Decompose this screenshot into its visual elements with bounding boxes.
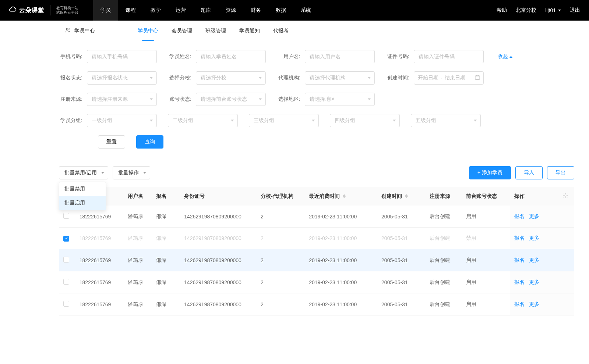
more-link[interactable]: 更多 — [529, 301, 539, 307]
row-checkbox[interactable] — [63, 279, 69, 285]
tab-member-mgmt[interactable]: 会员管理 — [172, 21, 192, 41]
username-input[interactable] — [305, 50, 375, 63]
more-link[interactable]: 更多 — [529, 213, 539, 219]
nav-students[interactable]: 学员 — [93, 0, 118, 21]
create-time-range[interactable]: 开始日期 - 结束日期 — [414, 71, 484, 85]
tab-class-mgmt[interactable]: 班级管理 — [205, 21, 226, 41]
cell-status: 禁用 — [462, 228, 510, 249]
nav-teaching[interactable]: 教学 — [143, 0, 168, 21]
cell-idno: 14262919870809200000 — [180, 249, 256, 271]
nav-question-bank[interactable]: 题库 — [193, 0, 218, 21]
search-button[interactable]: 查询 — [136, 135, 163, 149]
cell-last: 2019-02-23 11:00:00 — [304, 249, 377, 271]
tab-student-center[interactable]: 学员中心 — [138, 21, 158, 41]
chevron-down-icon — [259, 99, 262, 100]
tab-proxy-exam[interactable]: 代报考 — [273, 21, 289, 41]
help-link[interactable]: 帮助 — [497, 7, 507, 14]
divider — [50, 5, 50, 15]
cell-branch: 2 — [256, 206, 304, 228]
import-button[interactable]: 导入 — [515, 166, 543, 179]
col-source[interactable]: 注册来源 — [425, 187, 461, 206]
bulk-enable-option[interactable]: 批量启用 — [59, 196, 106, 210]
enroll-link[interactable]: 报名 — [514, 213, 525, 219]
col-status[interactable]: 前台账号状态 — [462, 187, 510, 206]
row-checkbox[interactable] — [63, 257, 69, 263]
bulk-toggle-menu: 批量禁用 批量启用 — [59, 182, 106, 210]
nav-resources[interactable]: 资源 — [218, 0, 243, 21]
enroll-link[interactable]: 报名 — [514, 257, 525, 263]
create-time-label: 创建时间: — [386, 75, 409, 81]
collapse-toggle[interactable]: 收起 — [498, 53, 512, 60]
brand: 云朵课堂 教育机构一站 式服务云平台 — [9, 5, 78, 15]
logout-link[interactable]: 退出 — [570, 7, 580, 14]
enroll-link[interactable]: 报名 — [514, 279, 525, 285]
reg-source-select[interactable]: 请选择注册来源 — [87, 93, 157, 106]
idno-input[interactable] — [414, 50, 484, 63]
col-idno[interactable]: 身份证号 — [180, 187, 256, 206]
cell-status: 启用 — [462, 206, 510, 228]
reset-button[interactable]: 重置 — [98, 135, 125, 149]
add-student-button[interactable]: + 添加学员 — [469, 166, 511, 179]
nav-courses[interactable]: 课程 — [118, 0, 143, 21]
chevron-down-icon — [259, 77, 262, 79]
nav-operations[interactable]: 运营 — [168, 0, 193, 21]
group-level4-select[interactable]: 四级分组 — [330, 114, 400, 127]
nav-finance[interactable]: 财务 — [243, 0, 268, 21]
col-created[interactable]: 创建时间 — [377, 187, 425, 206]
cell-source: 后台创建 — [425, 271, 461, 293]
user-menu[interactable]: lijt01 — [545, 7, 561, 13]
export-button[interactable]: 导出 — [547, 166, 574, 179]
nav-system[interactable]: 系统 — [293, 0, 318, 21]
cell-idno: 14262919870809200000 — [180, 228, 256, 249]
acct-status-select[interactable]: 请选择前台账号状态 — [196, 93, 266, 106]
row-checkbox[interactable]: ✓ — [63, 236, 69, 242]
chevron-down-icon — [393, 120, 396, 122]
bulk-ops-dropdown[interactable]: 批量操作 — [113, 166, 150, 179]
col-actions: 操作 — [510, 187, 558, 206]
chevron-down-icon — [150, 99, 153, 100]
phone-input[interactable] — [87, 50, 157, 63]
gear-icon[interactable] — [562, 194, 568, 200]
svg-point-3 — [565, 195, 566, 196]
col-branch[interactable]: 分校-代理机构 — [256, 187, 304, 206]
filter-panel: 手机号码: 学员姓名: 用户名: 证件号码: 收起 — [59, 41, 574, 153]
region-select[interactable]: 请选择地区 — [305, 93, 375, 106]
toolbar: 批量禁用/启用 批量禁用 批量启用 批量操作 + 添加学员 导入 导出 — [59, 166, 574, 179]
col-enroll[interactable]: 报名 — [152, 187, 180, 206]
tab-student-notice[interactable]: 学员通知 — [239, 21, 260, 41]
cell-branch: 2 — [256, 228, 304, 249]
agency-select[interactable]: 请选择代理机构 — [305, 71, 375, 85]
group-level2-select[interactable]: 二级分组 — [168, 114, 238, 127]
top-nav: 云朵课堂 教育机构一站 式服务云平台 学员 课程 教学 运营 题库 资源 财务 … — [0, 0, 589, 21]
group-level5-select[interactable]: 五级分组 — [411, 114, 481, 127]
phone-label: 手机号码: — [59, 53, 82, 60]
enroll-link[interactable]: 报名 — [514, 301, 525, 307]
more-link[interactable]: 更多 — [529, 235, 539, 241]
calendar-icon — [475, 75, 480, 82]
cell-enroll: 邵泽 — [152, 249, 180, 271]
enroll-link[interactable]: 报名 — [514, 235, 525, 241]
col-username[interactable]: 用户名 — [123, 187, 152, 206]
name-input[interactable] — [196, 50, 266, 63]
page-title: 学员中心 — [74, 28, 95, 34]
col-last-consume[interactable]: 最近消费时间 — [304, 187, 377, 206]
agency-label: 代理机构: — [277, 75, 300, 81]
group-level3-select[interactable]: 三级分组 — [249, 114, 319, 127]
bulk-toggle-dropdown[interactable]: 批量禁用/启用 — [59, 166, 108, 179]
more-link[interactable]: 更多 — [529, 279, 539, 285]
branch-selector[interactable]: 北京分校 — [516, 7, 536, 14]
cell-last: 2019-02-23 11:00:00 — [304, 228, 377, 249]
more-link[interactable]: 更多 — [529, 257, 539, 263]
row-checkbox[interactable] — [63, 213, 69, 219]
row-checkbox[interactable] — [63, 301, 69, 307]
group-level1-select[interactable]: 一级分组 — [87, 114, 157, 127]
chevron-down-icon — [101, 172, 104, 174]
cloud-icon — [9, 6, 17, 15]
branch-select[interactable]: 请选择分校 — [196, 71, 266, 85]
acct-status-label: 账号状态: — [168, 96, 191, 103]
bulk-disable-option[interactable]: 批量禁用 — [59, 182, 106, 196]
sub-nav: 学员中心 学员中心 会员管理 班级管理 学员通知 代报考 — [59, 21, 574, 41]
nav-data[interactable]: 数据 — [268, 0, 293, 21]
cell-branch: 2 — [256, 249, 304, 271]
enroll-status-select[interactable]: 请选择报名状态 — [87, 71, 157, 85]
